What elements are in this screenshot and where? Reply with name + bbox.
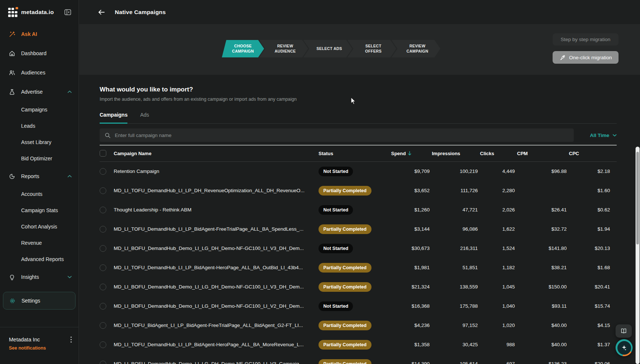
select-all-checkbox[interactable] <box>100 150 106 157</box>
chevron-down-icon <box>613 134 617 137</box>
sidebar-item-asset-library[interactable]: Asset Library <box>0 134 79 150</box>
tab-campaigns[interactable]: Campaigns <box>100 112 127 124</box>
table-row[interactable]: Thought Leadership - Rethink ABM Not Sta… <box>100 200 617 220</box>
chevron-up-icon <box>67 175 72 178</box>
table-row[interactable]: MD_LI_BOFU_DemandHub_Demo_LI_LG_DH_Demo-… <box>100 277 617 297</box>
sidebar-item-revenue[interactable]: Revenue <box>0 235 79 251</box>
wizard-step-label: Select Offers <box>356 44 388 54</box>
status-badge: Partially Completed <box>319 282 371 292</box>
clicks-cell: 1,040 <box>478 303 515 309</box>
step-by-step-migration-button[interactable]: Step by step migration <box>553 33 619 46</box>
cpm-cell: $136.23 <box>515 361 567 364</box>
column-impressions[interactable]: Impressions <box>430 151 478 156</box>
clicks-cell: 1,622 <box>478 226 515 232</box>
sidebar-item-audiences[interactable]: Audiences <box>0 63 79 82</box>
row-checkbox[interactable] <box>100 303 106 310</box>
spend-cell: $14,390 <box>389 361 430 364</box>
gear-icon <box>9 297 16 304</box>
kebab-icon[interactable] <box>70 336 72 343</box>
sidebar-item-leads[interactable]: Leads <box>0 118 79 134</box>
wand-icon <box>9 31 16 38</box>
sidebar-item-ask-ai[interactable]: Ask AI <box>0 24 79 44</box>
table-row[interactable]: MD_LI_TOFU_DemandHub_LI_LP_BidAgent-Free… <box>100 220 617 239</box>
table-row[interactable]: MD_LI_TOFU_DemandHub_LI_LP_DH_RevenueOpt… <box>100 181 617 200</box>
column-cpm[interactable]: CPM <box>515 151 567 156</box>
table-scrollbar[interactable] <box>636 147 640 364</box>
impressions-cell: 47,721 <box>430 207 478 213</box>
column-cpc[interactable]: CPC <box>567 151 617 156</box>
table-row[interactable]: MD_LI_BOFU_DemandHub_Demo_LI_LG_DH_Demo-… <box>100 297 617 316</box>
row-checkbox[interactable] <box>100 322 106 329</box>
sidebar-collapse-button[interactable] <box>63 7 73 17</box>
cpm-cell: $96.88 <box>515 168 567 174</box>
wizard-step-1: Review Audience <box>259 40 308 57</box>
sidebar-item-advertise[interactable]: Advertise <box>0 82 79 101</box>
wizard-step-0: Choose Campaign <box>222 40 264 57</box>
column-status[interactable]: Status <box>319 151 389 156</box>
campaign-name-cell: MD_LI_BOFU_DemandHub_Demo_LI_LG_DH_Demo-… <box>114 246 319 251</box>
chevron-down-icon <box>67 275 72 278</box>
search-input[interactable] <box>115 133 569 138</box>
sidebar-item-bid-optimizer[interactable]: Bid Optimizer <box>0 150 79 167</box>
table-row[interactable]: MD_LI_BOFU_DemandHub_Demo_LI_LG_DH_Demo-… <box>100 354 617 364</box>
import-tabs: Campaigns Ads <box>100 112 617 124</box>
table-row[interactable]: MD_LI_BOFU_DemandHub_Demo_LI_LG_DH_Demo-… <box>100 239 617 258</box>
docs-button[interactable] <box>616 324 632 338</box>
sidebar-item-cohort-analysis[interactable]: Cohort Analysis <box>0 218 79 235</box>
sidebar-footer: Metadata Inc See notifications <box>0 327 79 364</box>
status-badge: Partially Completed <box>319 359 371 364</box>
ai-assistant-button[interactable] <box>616 339 633 356</box>
column-spend[interactable]: Spend <box>389 151 430 156</box>
row-checkbox[interactable] <box>100 207 106 213</box>
table-row[interactable]: MD_LI_TOFU_DemandHub_LI_LP_BidAgent-Hero… <box>100 335 617 354</box>
sparkle-icon <box>617 341 631 355</box>
sidebar-item-advanced-reports[interactable]: Advanced Reports <box>0 251 79 267</box>
scrollbar-thumb[interactable] <box>636 152 639 244</box>
spend-cell: $1,358 <box>389 342 430 347</box>
table-row[interactable]: Retention Campaign Not Started $9,709 10… <box>100 162 617 181</box>
cpc-cell: $4.15 <box>567 323 617 328</box>
sidebar: metadata.io Ask AI Dashboar <box>0 0 79 364</box>
time-filter-dropdown[interactable]: All Time <box>590 133 617 138</box>
table-row[interactable]: MD_LI_TOFU_DemandHub_LI_LP_BidAgent-Hero… <box>100 258 617 277</box>
table-row[interactable]: MD_LI_TOFU_BidAgent_LI_LP_BidAgent-FreeT… <box>100 316 617 335</box>
sidebar-item-label: Dashboard <box>21 50 47 56</box>
tab-ads[interactable]: Ads <box>140 112 149 123</box>
back-button[interactable] <box>98 9 105 16</box>
sidebar-item-insights[interactable]: Insights <box>0 267 79 287</box>
sidebar-item-campaigns[interactable]: Campaigns <box>0 101 79 118</box>
cpc-cell: $1.60 <box>567 188 617 193</box>
import-subheading: Import the audience, ads and offers from… <box>100 97 617 102</box>
row-checkbox[interactable] <box>100 187 106 194</box>
cpc-cell: $1.68 <box>567 265 617 270</box>
clicks-cell: 2,280 <box>478 188 515 193</box>
row-checkbox[interactable] <box>100 284 106 290</box>
campaign-search[interactable] <box>100 128 574 142</box>
sidebar-item-reports[interactable]: Reports <box>0 167 79 186</box>
clicks-cell: 1,182 <box>478 265 515 270</box>
column-clicks[interactable]: Clicks <box>478 151 515 156</box>
sidebar-item-settings[interactable]: Settings <box>3 292 76 310</box>
metadata-logo-icon <box>8 8 17 17</box>
row-checkbox[interactable] <box>100 341 106 348</box>
row-checkbox[interactable] <box>100 168 106 175</box>
sidebar-item-accounts[interactable]: Accounts <box>0 186 79 202</box>
cpc-cell: $2.18 <box>567 168 617 174</box>
cpc-cell: $15.74 <box>567 303 617 309</box>
status-cell: Partially Completed <box>319 282 389 292</box>
row-checkbox[interactable] <box>100 361 106 364</box>
row-checkbox[interactable] <box>100 226 106 233</box>
wizard-step-label: Choose Campaign <box>227 44 259 54</box>
sidebar-item-dashboard[interactable]: Dashboard <box>0 44 79 63</box>
sidebar-item-campaign-stats[interactable]: Campaign Stats <box>0 202 79 218</box>
row-checkbox[interactable] <box>100 245 106 252</box>
wizard-step-label: Review Audience <box>268 44 300 54</box>
row-checkbox[interactable] <box>100 264 106 271</box>
see-notifications-link[interactable]: See notifications <box>9 345 72 351</box>
status-cell: Not Started <box>319 244 389 253</box>
chevron-up-icon <box>67 90 72 93</box>
campaign-name-cell: Retention Campaign <box>114 168 319 174</box>
column-campaign-name[interactable]: Campaign Name <box>114 151 319 156</box>
one-click-migration-button[interactable]: One-click migration <box>553 51 619 64</box>
sidebar-item-label: Audiences <box>21 70 45 76</box>
